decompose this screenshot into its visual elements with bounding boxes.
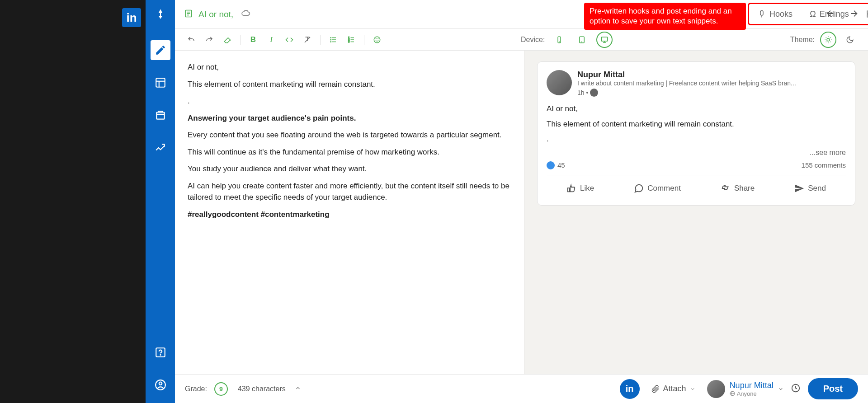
svg-point-28 bbox=[376, 38, 376, 39]
editor-toolbar: B I 123 Device: Theme: bbox=[175, 29, 868, 51]
cloud-sync-icon bbox=[241, 9, 250, 20]
editor-line: This will continue as it's the fundament… bbox=[188, 146, 511, 158]
device-mobile-button[interactable] bbox=[551, 32, 567, 48]
bold-button[interactable]: B bbox=[246, 33, 260, 47]
nav-forward-icon[interactable] bbox=[849, 9, 859, 20]
svg-point-37 bbox=[827, 38, 830, 41]
reactions[interactable]: 45 bbox=[547, 161, 565, 169]
theme-label: Theme: bbox=[790, 36, 815, 44]
separator bbox=[320, 35, 321, 45]
post-stats: 45 155 comments bbox=[547, 161, 846, 169]
grade-badge[interactable]: 9 bbox=[214, 382, 228, 396]
character-count: 439 characters bbox=[238, 385, 286, 393]
user-name: Nupur Mittal bbox=[730, 381, 774, 390]
device-desktop-button[interactable] bbox=[596, 32, 613, 48]
schedule-icon[interactable] bbox=[791, 383, 801, 395]
bullet-list-button[interactable] bbox=[326, 33, 340, 47]
editor-line: AI can help you create content faster an… bbox=[188, 180, 511, 203]
svg-point-27 bbox=[374, 37, 380, 43]
footer-bar: Grade: 9 439 characters in Attach Nupur … bbox=[175, 374, 868, 403]
editor-line: This element of content marketing will r… bbox=[188, 79, 511, 90]
svg-rect-0 bbox=[156, 78, 165, 87]
omega-icon: Ω bbox=[810, 9, 816, 19]
device-toggle-group: Device: bbox=[521, 32, 613, 48]
nav-edit[interactable] bbox=[151, 40, 170, 60]
document-title[interactable]: AI or not, bbox=[198, 9, 233, 19]
svg-point-29 bbox=[378, 38, 378, 39]
chevron-up-icon[interactable] bbox=[295, 385, 301, 393]
clear-format-button[interactable] bbox=[300, 33, 315, 47]
code-button[interactable] bbox=[282, 33, 297, 47]
editor-line: Answering your target audience's pain po… bbox=[188, 112, 511, 124]
svg-rect-34 bbox=[602, 37, 608, 41]
undo-button[interactable] bbox=[184, 33, 198, 47]
svg-point-7 bbox=[159, 382, 162, 385]
callout-snippets: Pre-written hooks and post ending and an… bbox=[584, 3, 746, 30]
reaction-count: 45 bbox=[557, 161, 565, 169]
chevron-down-icon bbox=[778, 386, 783, 392]
nav-drafts[interactable] bbox=[151, 105, 170, 125]
nav-back-icon[interactable] bbox=[826, 9, 835, 20]
text-editor[interactable]: AI or not, This element of content marke… bbox=[175, 51, 524, 374]
italic-button[interactable]: I bbox=[264, 33, 278, 47]
post-line: . bbox=[547, 133, 846, 145]
reaction-icon bbox=[547, 161, 555, 169]
share-button[interactable]: Share bbox=[713, 180, 762, 197]
editor-line: You study your audience and deliver what… bbox=[188, 163, 511, 175]
grade-label: Grade: bbox=[185, 385, 207, 393]
see-more-link[interactable]: ...see more bbox=[547, 149, 846, 157]
audience-label: Anyone bbox=[730, 390, 774, 397]
editor-hashtags: #reallygoodcontent #contentmarketing bbox=[188, 209, 511, 220]
comment-count[interactable]: 155 comments bbox=[802, 161, 846, 169]
nav-arrows bbox=[826, 0, 859, 29]
avatar bbox=[547, 70, 572, 95]
eraser-button[interactable] bbox=[220, 33, 235, 47]
svg-point-20 bbox=[330, 41, 331, 42]
like-button[interactable]: Like bbox=[559, 180, 601, 197]
linkedin-icon[interactable]: in bbox=[620, 379, 640, 399]
nav-templates[interactable] bbox=[151, 73, 170, 93]
content-row: AI or not, This element of content marke… bbox=[175, 51, 868, 374]
top-bar: AI or not, Pre-written hooks and post en… bbox=[175, 0, 868, 29]
post-actions: Like Comment Share Send bbox=[547, 175, 846, 197]
redo-button[interactable] bbox=[202, 33, 217, 47]
app-logo bbox=[155, 8, 166, 23]
theme-light-button[interactable] bbox=[820, 32, 836, 48]
comment-button[interactable]: Comment bbox=[627, 180, 688, 197]
numbered-list-button[interactable]: 123 bbox=[344, 33, 359, 47]
svg-rect-3 bbox=[156, 112, 164, 119]
posting-as-user[interactable]: Nupur Mittal Anyone bbox=[707, 380, 783, 398]
post-line: AI or not, bbox=[547, 103, 846, 115]
post-time: 1h • bbox=[577, 89, 846, 97]
editor-line: AI or not, bbox=[188, 61, 511, 73]
device-tablet-button[interactable] bbox=[574, 32, 590, 48]
separator bbox=[240, 35, 241, 45]
theme-toggle-group: Theme: bbox=[790, 32, 858, 48]
left-sidebar bbox=[146, 0, 175, 403]
nav-profile[interactable] bbox=[151, 375, 170, 395]
svg-point-31 bbox=[559, 42, 560, 42]
post-meta: Nupur Mittal I write about content marke… bbox=[577, 70, 846, 97]
linkedin-post-preview: Nupur Mittal I write about content marke… bbox=[537, 61, 855, 206]
emoji-button[interactable] bbox=[370, 33, 384, 47]
theme-dark-button[interactable] bbox=[842, 32, 858, 48]
svg-point-33 bbox=[582, 42, 582, 42]
post-body: AI or not, This element of content marke… bbox=[547, 103, 846, 145]
svg-point-18 bbox=[330, 37, 331, 38]
attach-button[interactable]: Attach bbox=[647, 381, 700, 396]
send-button[interactable]: Send bbox=[787, 180, 833, 197]
nav-analytics[interactable] bbox=[151, 138, 170, 158]
app-window: AI or not, Pre-written hooks and post en… bbox=[146, 0, 868, 403]
document-icon bbox=[184, 9, 193, 20]
nav-help[interactable] bbox=[151, 342, 170, 362]
post-button[interactable]: Post bbox=[808, 378, 858, 399]
snippets-button[interactable]: Snippets bbox=[862, 7, 868, 22]
device-label: Device: bbox=[521, 36, 545, 44]
post-line: This element of content marketing will r… bbox=[547, 118, 846, 130]
editor-line: Every content that you see floating arou… bbox=[188, 129, 511, 141]
backdrop-sidebar-blur bbox=[90, 0, 145, 403]
hooks-button[interactable]: Hooks bbox=[753, 7, 797, 22]
separator bbox=[364, 35, 364, 45]
globe-icon bbox=[590, 89, 598, 97]
hooks-label: Hooks bbox=[769, 9, 793, 19]
